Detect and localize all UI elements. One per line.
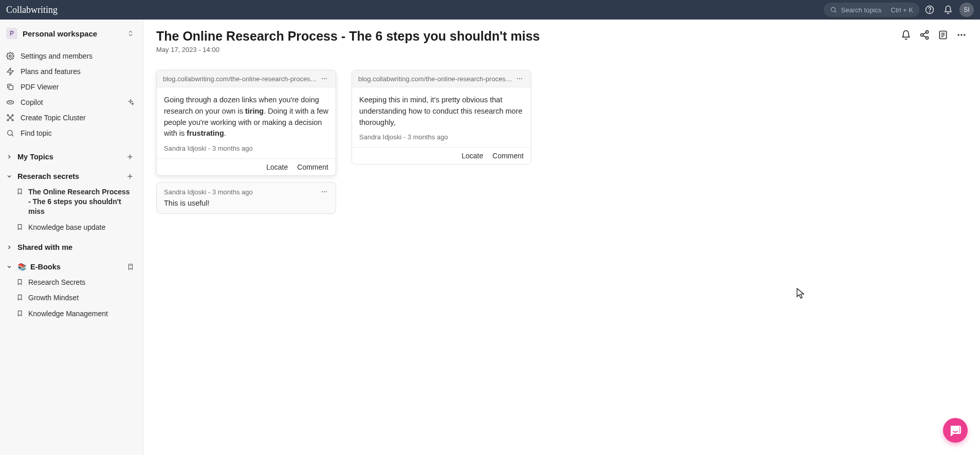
add-topic-button[interactable] xyxy=(126,153,134,161)
ebook-label: Research Secrets xyxy=(28,278,85,287)
svg-point-10 xyxy=(7,119,9,121)
svg-point-0 xyxy=(831,7,835,11)
svg-point-4 xyxy=(9,55,11,57)
sidebar-item-label: Create Topic Cluster xyxy=(21,114,86,122)
topic-online-research-process[interactable]: The Online Research Process - The 6 step… xyxy=(0,184,143,220)
topic-label: The Online Research Process - The 6 step… xyxy=(28,187,134,216)
svg-point-17 xyxy=(8,131,12,135)
bookmark-icon xyxy=(16,310,23,317)
card-more-button[interactable] xyxy=(319,75,329,83)
copy-icon xyxy=(6,83,14,91)
svg-line-18 xyxy=(12,135,13,136)
sidebar-copilot[interactable]: Copilot xyxy=(0,95,143,110)
intercom-chat-button[interactable] xyxy=(943,418,968,443)
chevron-right-icon xyxy=(6,154,13,160)
sidebar-settings[interactable]: Settings and members xyxy=(0,48,143,64)
svg-point-11 xyxy=(12,119,13,121)
highlight-card: blog.collabwriting.com/the-online-resear… xyxy=(156,70,336,176)
chevron-down-icon xyxy=(6,264,13,270)
reader-view-button[interactable] xyxy=(937,29,949,41)
topic-knowledge-base-update[interactable]: Knowledge base update xyxy=(0,220,143,235)
svg-point-24 xyxy=(926,31,929,33)
svg-point-37 xyxy=(324,78,325,79)
svg-rect-6 xyxy=(9,85,13,89)
comment-button[interactable]: Comment xyxy=(297,163,328,171)
comment-text: This is useful! xyxy=(164,199,328,207)
svg-point-39 xyxy=(322,191,323,192)
bookmark-icon xyxy=(16,224,23,230)
sparkle-icon xyxy=(127,99,134,106)
workspace-switcher[interactable]: P Personal workspace xyxy=(0,25,143,44)
sidebar-cluster[interactable]: Create Topic Cluster xyxy=(0,110,143,125)
svg-point-43 xyxy=(519,78,520,79)
bookmark-icon xyxy=(16,279,23,285)
bookmark-icon xyxy=(16,188,23,195)
cursor-icon xyxy=(797,288,806,299)
card-body: Keeping this in mind, it's pretty obviou… xyxy=(352,87,531,133)
card-source[interactable]: blog.collabwriting.com/the-online-resear… xyxy=(352,70,531,87)
ebook-knowledge-management[interactable]: Knowledge Management xyxy=(0,306,143,322)
search-icon xyxy=(830,6,837,13)
share-button[interactable] xyxy=(918,29,931,41)
search-placeholder: Search topics xyxy=(841,6,882,14)
ebook-label: Growth Mindset xyxy=(28,293,79,303)
card-author: Sandra Idjoski - 3 months ago xyxy=(157,144,336,158)
books-icon: 📚 xyxy=(17,263,26,271)
page-actions xyxy=(900,29,968,41)
user-avatar[interactable]: SI xyxy=(959,3,974,17)
section-ebooks[interactable]: 📚 E-Books xyxy=(0,259,143,275)
ebook-label: Knowledge Management xyxy=(28,309,108,319)
svg-point-41 xyxy=(326,191,327,192)
svg-line-1 xyxy=(835,11,836,13)
section-label: My Topics xyxy=(17,153,122,161)
gear-icon xyxy=(6,52,14,60)
card-more-button[interactable] xyxy=(514,75,525,83)
comment-button[interactable]: Comment xyxy=(492,152,524,160)
notifications-button[interactable] xyxy=(940,2,956,18)
reader-icon[interactable] xyxy=(127,263,134,270)
sidebar-plans[interactable]: Plans and features xyxy=(0,64,143,79)
svg-point-42 xyxy=(517,78,518,79)
card-source[interactable]: blog.collabwriting.com/the-online-resear… xyxy=(157,70,336,87)
section-my-topics[interactable]: My Topics xyxy=(0,149,143,165)
svg-point-33 xyxy=(958,34,959,35)
comment-author: Sandra Idjoski - 3 months ago xyxy=(164,188,253,196)
comment-more-button[interactable] xyxy=(320,188,328,196)
more-button[interactable] xyxy=(955,29,968,41)
locate-button[interactable]: Locate xyxy=(266,163,288,171)
svg-line-27 xyxy=(923,32,926,34)
card-actions: Locate Comment xyxy=(352,147,531,164)
svg-point-3 xyxy=(930,12,930,12)
cluster-icon xyxy=(6,114,14,122)
page-date: May 17, 2023 - 14:00 xyxy=(156,46,540,53)
workspace-badge: P xyxy=(6,28,17,39)
svg-point-9 xyxy=(12,115,13,116)
svg-point-26 xyxy=(926,37,929,39)
section-label: E-Books xyxy=(30,263,123,271)
add-button[interactable] xyxy=(126,172,134,180)
sidebar-item-label: PDF Viewer xyxy=(21,83,59,91)
svg-line-15 xyxy=(9,118,10,119)
page-title: The Online Research Process - The 6 step… xyxy=(156,29,540,44)
topic-label: Knowledge base update xyxy=(28,223,105,232)
main-content: The Online Research Process - The 6 step… xyxy=(144,20,980,455)
card-body: Going through a dozen links when you're … xyxy=(157,87,336,144)
ebook-growth-mindset[interactable]: Growth Mindset xyxy=(0,290,143,306)
workspace-name: Personal workspace xyxy=(23,29,127,38)
section-shared[interactable]: Shared with me xyxy=(0,240,143,255)
svg-point-34 xyxy=(960,34,962,35)
copilot-icon xyxy=(6,98,14,106)
page-notifications-button[interactable] xyxy=(900,29,912,41)
locate-button[interactable]: Locate xyxy=(461,152,483,160)
search-shortcut: Ctrl + K xyxy=(891,6,913,14)
svg-point-25 xyxy=(921,34,923,37)
app-logo: Collabwriting xyxy=(6,5,58,15)
sidebar-pdf[interactable]: PDF Viewer xyxy=(0,79,143,95)
help-button[interactable] xyxy=(921,2,938,18)
section-research-secrets[interactable]: Reserach secrets xyxy=(0,169,143,184)
ebook-research-secrets[interactable]: Research Secrets xyxy=(0,275,143,290)
search-topics[interactable]: Search topics Ctrl + K xyxy=(824,3,919,17)
sidebar-find[interactable]: Find topic xyxy=(0,125,143,141)
svg-point-12 xyxy=(10,117,11,119)
sidebar-item-label: Copilot xyxy=(21,98,43,106)
